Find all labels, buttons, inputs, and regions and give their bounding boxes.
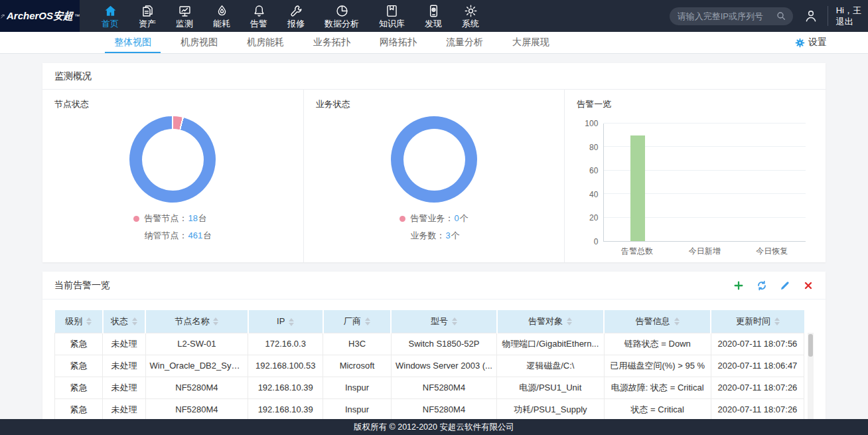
sort-icon[interactable] xyxy=(674,317,680,325)
nav-item-label: 数据分析 xyxy=(325,19,359,29)
legend-text: 告警节点：18台 xyxy=(144,210,206,227)
edit-button[interactable] xyxy=(780,280,790,291)
cell-厂商: Inspur xyxy=(323,398,392,420)
cell-级别: 紧急 xyxy=(55,355,103,377)
cell-更新时间: 2020-07-11 18:07:26 xyxy=(711,377,804,398)
nav-item-system[interactable]: 系统 xyxy=(452,0,489,32)
cell-型号: NF5280M4 xyxy=(391,398,496,420)
sort-icon[interactable] xyxy=(132,317,137,325)
column-header-IP[interactable]: IP xyxy=(248,310,323,333)
cell-节点名称[interactable]: Win_Oracle_DB2_Sysba... xyxy=(145,355,248,377)
column-header-告警信息[interactable]: 告警信息 xyxy=(604,310,711,333)
refresh-button[interactable] xyxy=(757,280,767,291)
delete-button[interactable] xyxy=(803,280,814,291)
app-logo[interactable]: ArcherOS安超 ™ xyxy=(0,0,80,32)
navbar-divider xyxy=(828,6,828,26)
column-header-厂商[interactable]: 厂商 xyxy=(323,310,392,333)
global-search[interactable] xyxy=(670,7,793,25)
column-header-级别[interactable]: 级别 xyxy=(55,310,103,333)
monitor-icon xyxy=(178,4,192,18)
nav-item-assets[interactable]: 资产 xyxy=(129,0,166,32)
tab-3[interactable]: 业务拓扑 xyxy=(299,32,365,53)
cell-告警信息[interactable]: 已用磁盘空间(%) > 95 % xyxy=(604,355,711,377)
column-header-型号[interactable]: 型号 xyxy=(391,310,496,333)
panel-title: 节点状态 xyxy=(54,98,291,110)
table-scrollbar-thumb[interactable] xyxy=(808,334,813,357)
column-header-label: 状态 xyxy=(111,316,128,326)
nav-item-home[interactable]: 首页 xyxy=(92,0,129,32)
bar-category-label: 今日恢复 xyxy=(756,246,788,257)
cell-告警信息[interactable]: 链路状态 = Down xyxy=(604,333,711,355)
sort-icon[interactable] xyxy=(365,317,370,325)
settings-button[interactable]: 设置 xyxy=(795,32,827,53)
column-header-label: 告警信息 xyxy=(636,316,670,326)
cell-告警信息[interactable]: 电源故障: 状态 = Critical xyxy=(604,377,711,398)
tab-4[interactable]: 网络拓扑 xyxy=(365,32,431,53)
cell-IP[interactable]: 172.16.0.3 xyxy=(248,333,323,355)
logout-link[interactable]: 退出 xyxy=(836,16,861,27)
phone-icon xyxy=(427,4,441,18)
search-input[interactable] xyxy=(678,11,776,21)
gear-icon xyxy=(464,4,478,18)
column-header-label: 节点名称 xyxy=(175,316,209,326)
sort-icon[interactable] xyxy=(289,318,294,326)
document-icon xyxy=(141,4,155,18)
tab-0[interactable]: 整体视图 xyxy=(100,32,166,53)
pie-chart-icon xyxy=(335,4,349,18)
cell-告警对象: 物理端口/GigabitEthern... xyxy=(497,333,604,355)
nav-item-alarm[interactable]: 告警 xyxy=(240,0,277,32)
column-header-状态[interactable]: 状态 xyxy=(103,310,145,333)
view-tabs: 整体视图机房视图机房能耗业务拓扑网络拓扑流量分析大屏展现 xyxy=(100,32,564,53)
cell-IP[interactable]: 192.168.10.39 xyxy=(248,398,323,420)
column-header-节点名称[interactable]: 节点名称 xyxy=(145,310,248,333)
alarm_overview-bar-chart: 020406080100告警总数今日新增今日恢复 xyxy=(577,120,814,260)
cell-级别: 紧急 xyxy=(55,333,103,355)
nav-item-knowledge-base[interactable]: 知识库 xyxy=(369,0,415,32)
cell-节点名称[interactable]: NF5280M4 xyxy=(145,398,248,420)
nav-item-label: 报修 xyxy=(287,19,305,29)
sort-icon[interactable] xyxy=(567,317,572,325)
cell-状态: 未处理 xyxy=(103,355,145,377)
cell-节点名称[interactable]: NF5280M4 xyxy=(145,377,248,398)
cell-更新时间: 2020-07-11 18:07:56 xyxy=(711,333,804,355)
add-button[interactable] xyxy=(733,280,744,291)
cell-更新时间: 2020-07-11 18:06:47 xyxy=(711,355,804,377)
nav-item-repair[interactable]: 报修 xyxy=(277,0,315,32)
cell-型号: Windows Server 2003 (... xyxy=(391,355,496,377)
panel-alarm_overview: 告警一览020406080100告警总数今日新增今日恢复 xyxy=(564,90,826,262)
tab-5[interactable]: 流量分析 xyxy=(431,32,498,53)
column-header-label: 告警对象 xyxy=(528,316,563,326)
column-header-告警对象[interactable]: 告警对象 xyxy=(497,310,604,333)
nav-item-discovery[interactable]: 发现 xyxy=(415,0,452,32)
cell-告警对象: 逻辑磁盘/C:\ xyxy=(497,355,604,377)
cell-IP[interactable]: 192.168.100.53 xyxy=(248,355,323,377)
user-icon[interactable] xyxy=(804,9,818,23)
sort-icon[interactable] xyxy=(774,317,780,325)
nav-item-monitoring[interactable]: 监测 xyxy=(166,0,203,32)
tab-1[interactable]: 机房视图 xyxy=(166,32,232,53)
nav-item-label: 告警 xyxy=(250,19,267,29)
column-header-label: 更新时间 xyxy=(736,316,770,326)
sort-icon[interactable] xyxy=(213,317,218,325)
settings-gear-icon xyxy=(795,38,805,48)
cell-告警对象: 电源/PSU1_Unit xyxy=(497,377,604,398)
wrench-icon xyxy=(289,4,303,18)
tab-2[interactable]: 机房能耗 xyxy=(232,32,299,53)
tab-6[interactable]: 大屏展现 xyxy=(498,32,564,53)
nav-item-energy[interactable]: 能耗 xyxy=(203,0,240,32)
column-header-label: 型号 xyxy=(431,316,448,326)
search-icon[interactable] xyxy=(776,11,786,21)
bar-告警总数 xyxy=(630,135,645,241)
book-icon xyxy=(385,4,399,18)
cell-IP[interactable]: 192.168.10.39 xyxy=(248,377,323,398)
cell-节点名称[interactable]: L2-SW-01 xyxy=(145,333,248,355)
sort-icon[interactable] xyxy=(452,317,457,325)
cell-告警信息[interactable]: 状态 = Critical xyxy=(604,398,711,420)
table-row: 紧急未处理L2-SW-01172.16.0.3H3CSwitch S1850-5… xyxy=(55,333,804,355)
column-header-更新时间[interactable]: 更新时间 xyxy=(711,310,804,333)
sort-icon[interactable] xyxy=(86,317,92,325)
drop-icon xyxy=(215,4,229,18)
legend-dot-icon xyxy=(399,216,405,222)
cell-告警对象: 功耗/PSU1_Supply xyxy=(497,398,604,420)
nav-item-data-analysis[interactable]: 数据分析 xyxy=(315,0,369,32)
